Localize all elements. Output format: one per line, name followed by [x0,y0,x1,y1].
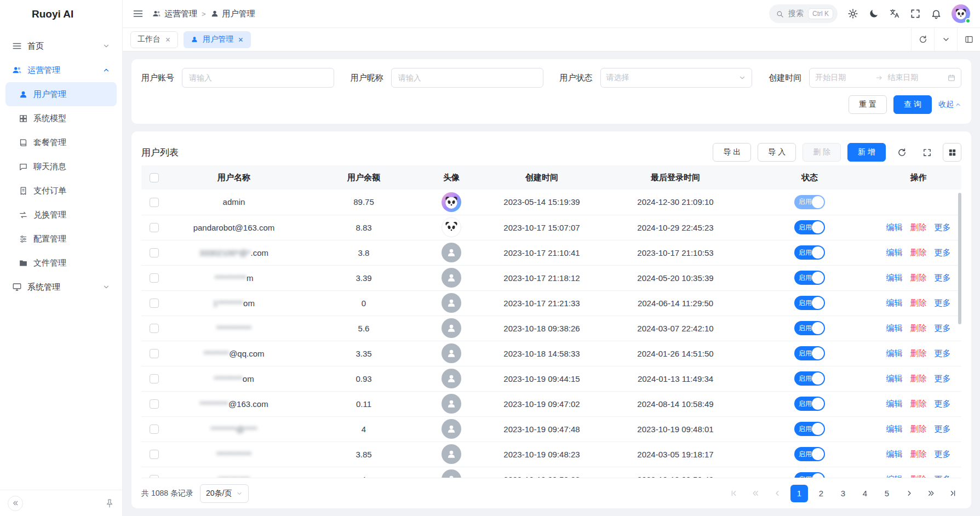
page-number-button[interactable]: 5 [878,485,896,502]
page-number-button[interactable]: 1 [790,485,808,502]
row-checkbox[interactable] [150,273,159,283]
more-link[interactable]: 更多 [935,248,951,257]
delete-link[interactable]: 删除 [910,248,927,257]
tab-menu-button[interactable] [934,27,957,51]
more-link[interactable]: 更多 [935,222,951,232]
close-icon[interactable] [238,37,244,43]
delete-link[interactable]: 删除 [910,323,927,332]
status-toggle[interactable]: 启用 [794,195,825,209]
breadcrumb-operations[interactable]: 运营管理 [152,9,197,19]
more-link[interactable]: 更多 [935,424,951,433]
gear-icon[interactable] [847,8,858,19]
row-checkbox[interactable] [150,223,159,232]
sidebar-item-system[interactable]: 系统管理 [5,275,117,299]
delete-link[interactable]: 删除 [910,348,927,358]
delete-link[interactable]: 删除 [910,449,927,458]
edit-link[interactable]: 编辑 [886,399,903,408]
page-number-button[interactable]: 2 [812,485,830,502]
account-input[interactable] [182,68,334,88]
edit-link[interactable]: 编辑 [886,424,903,433]
translate-icon[interactable] [889,8,900,19]
edit-link[interactable]: 编辑 [886,298,903,307]
close-icon[interactable] [165,37,171,43]
delete-link[interactable]: 删除 [910,424,927,433]
select-all-checkbox[interactable] [150,173,159,182]
edit-link[interactable]: 编辑 [886,348,903,358]
tab-user-management[interactable]: 用户管理 [184,31,251,48]
sidebar-submenu-item[interactable]: 配置管理 [5,227,117,251]
more-link[interactable]: 更多 [935,374,951,383]
edit-link[interactable]: 编辑 [886,222,903,232]
next-page-button[interactable] [900,485,918,502]
delete-link[interactable]: 删除 [910,474,927,478]
reset-button[interactable]: 重 置 [849,95,887,114]
row-checkbox[interactable] [150,349,159,358]
sidebar-submenu-item[interactable]: 聊天消息 [5,154,117,179]
edit-link[interactable]: 编辑 [886,248,903,257]
sidebar-submenu-item[interactable]: 支付订单 [5,179,117,203]
sidebar-item-home[interactable]: 首页 [5,34,117,58]
column-settings-button[interactable] [943,143,961,162]
row-checkbox[interactable] [150,399,159,409]
page-number-button[interactable]: 4 [856,485,874,502]
sidebar-submenu-item[interactable]: 兑换管理 [5,203,117,227]
global-search[interactable]: 搜索 Ctrl K [769,4,838,23]
delete-link[interactable]: 删除 [910,399,927,408]
jump-back-button[interactable] [747,485,764,502]
status-toggle[interactable]: 启用 [794,346,825,360]
status-toggle[interactable]: 启用 [794,271,825,285]
refresh-list-button[interactable] [892,143,911,162]
first-page-button[interactable] [725,485,742,502]
content-fullscreen-button[interactable] [957,27,980,51]
refresh-tab-button[interactable] [911,27,934,51]
row-checkbox[interactable] [150,450,159,459]
edit-link[interactable]: 编辑 [886,323,903,332]
vertical-scrollbar[interactable] [958,193,961,324]
sidebar-submenu-item[interactable]: 套餐管理 [5,130,117,154]
status-toggle[interactable]: 启用 [794,245,825,260]
sidebar-submenu-item[interactable]: 用户管理 [5,82,117,106]
last-page-button[interactable] [944,485,961,502]
row-checkbox[interactable] [150,324,159,333]
user-avatar[interactable] [952,4,970,23]
dark-mode-moon-icon[interactable] [868,8,879,19]
delete-link[interactable]: 删除 [910,374,927,383]
row-checkbox[interactable] [150,374,159,383]
row-checkbox[interactable] [150,299,159,308]
query-button[interactable]: 查 询 [893,95,932,114]
status-toggle[interactable]: 启用 [794,422,825,436]
more-link[interactable]: 更多 [935,474,951,478]
delete-link[interactable]: 删除 [910,273,927,282]
edit-link[interactable]: 编辑 [886,273,903,282]
breadcrumb-user-management[interactable]: 用户管理 [210,9,255,19]
page-size-select[interactable]: 20条/页 [200,484,249,503]
delete-button[interactable]: 删 除 [803,143,841,162]
status-toggle[interactable]: 启用 [794,321,825,335]
status-select[interactable]: 请选择 [600,68,753,88]
edit-link[interactable]: 编辑 [886,374,903,383]
prev-page-button[interactable] [769,485,786,502]
page-number-button[interactable]: 3 [834,485,852,502]
more-link[interactable]: 更多 [935,449,951,458]
nickname-input[interactable] [391,68,543,88]
more-link[interactable]: 更多 [935,273,951,282]
export-button[interactable]: 导 出 [713,143,751,162]
hamburger-menu-icon[interactable] [133,8,144,19]
row-checkbox[interactable] [150,198,159,207]
status-toggle[interactable]: 启用 [794,397,825,411]
collapse-filter-link[interactable]: 收起 [938,100,961,110]
row-checkbox[interactable] [150,475,159,478]
edit-link[interactable]: 编辑 [886,449,903,458]
delete-link[interactable]: 删除 [910,298,927,307]
sidebar-item-operations[interactable]: 运营管理 [5,58,117,82]
status-toggle[interactable]: 启用 [794,472,825,478]
more-link[interactable]: 更多 [935,298,951,307]
row-checkbox[interactable] [150,248,159,257]
status-toggle[interactable]: 启用 [794,220,825,234]
sidebar-collapse-button[interactable] [8,496,23,511]
date-range-picker[interactable]: 开始日期 结束日期 [809,68,961,88]
delete-link[interactable]: 删除 [910,222,927,232]
jump-forward-button[interactable] [922,485,939,502]
import-button[interactable]: 导 入 [758,143,796,162]
edit-link[interactable]: 编辑 [886,474,903,478]
